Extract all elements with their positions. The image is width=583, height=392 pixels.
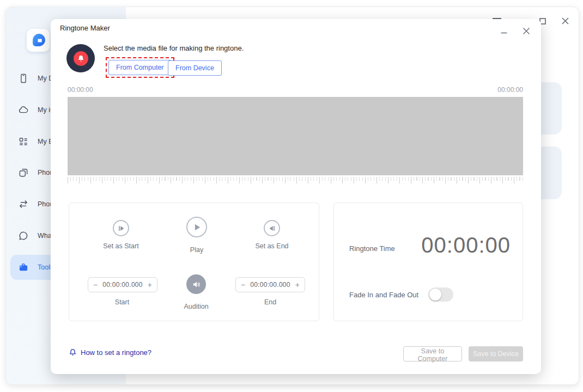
app-logo — [27, 29, 50, 52]
app-logo-icon — [31, 33, 46, 48]
waveform-area[interactable] — [68, 97, 523, 175]
help-link[interactable]: How to set a ringtone? — [69, 348, 151, 357]
end-time-stepper: − 00:00:00.000 + — [235, 277, 305, 292]
from-computer-highlight: From Computer — [106, 57, 174, 78]
play-button[interactable] — [186, 217, 207, 237]
start-label: Start — [115, 298, 129, 306]
start-time-stepper: − 00:00:00.000 + — [88, 277, 157, 292]
toolbox-icon — [18, 262, 29, 273]
play-label: Play — [190, 246, 203, 254]
ringtone-time-value: 00:00:00 — [421, 233, 511, 258]
save-to-computer-button[interactable]: Save to Computer — [403, 346, 462, 362]
phone-copy-icon — [18, 167, 29, 178]
timeline-ruler[interactable] — [68, 177, 523, 183]
dialog-title: Ringtone Maker — [60, 24, 110, 32]
dialog-close-icon[interactable] — [521, 26, 531, 35]
set-as-end-label: Set as End — [255, 242, 288, 250]
dialog-controls — [499, 26, 531, 35]
ringtone-time-label: Ringtone Time — [349, 244, 395, 253]
end-decrement-button[interactable]: − — [241, 281, 245, 289]
fade-in-out-label: Fade In and Fade Out — [349, 291, 418, 299]
start-time-value[interactable]: 00:00:00.000 — [102, 281, 143, 289]
speaker-icon — [192, 280, 201, 289]
start-increment-button[interactable]: + — [148, 281, 152, 289]
audition-label: Audition — [184, 303, 208, 310]
chat-bubble-icon — [18, 230, 29, 241]
set-end-icon — [268, 224, 276, 232]
help-bell-icon — [69, 348, 77, 357]
transfer-icon — [18, 199, 29, 210]
timeline-start-time: 00:00:00 — [68, 86, 93, 94]
set-start-icon — [117, 224, 125, 232]
timeline-end-time: 00:00:00 — [497, 86, 523, 94]
dialog-minimize-icon[interactable] — [499, 26, 508, 35]
select-media-prompt: Select the media file for making the rin… — [104, 44, 244, 52]
end-label: End — [264, 298, 276, 306]
summary-panel: Ringtone Time 00:00:00 Fade In and Fade … — [333, 203, 523, 321]
ringtone-badge — [66, 44, 95, 72]
backup-icon — [18, 136, 29, 147]
end-time-value[interactable]: 00:00:00.000 — [250, 281, 290, 289]
set-as-start-label: Set as Start — [103, 242, 138, 250]
start-decrement-button[interactable]: − — [93, 281, 98, 289]
from-computer-button[interactable]: From Computer — [108, 60, 172, 75]
trim-panel: Set as Start Play Set as End − 00:00:00.… — [69, 203, 319, 321]
ringtone-maker-dialog: Ringtone Maker Select the media file for… — [51, 19, 541, 374]
fade-toggle[interactable] — [428, 287, 453, 302]
cloud-icon — [18, 105, 29, 115]
timeline-time-row: 00:00:00 00:00:00 — [68, 86, 523, 94]
save-to-device-button[interactable]: Save to Device — [469, 346, 523, 362]
set-as-end-button[interactable] — [264, 220, 280, 236]
from-device-button[interactable]: From Device — [168, 60, 222, 76]
set-as-start-button[interactable] — [113, 220, 129, 236]
close-icon[interactable] — [561, 16, 570, 26]
fade-toggle-knob — [429, 289, 441, 301]
end-increment-button[interactable]: + — [295, 281, 300, 289]
help-link-text: How to set a ringtone? — [81, 348, 151, 357]
device-icon — [18, 73, 29, 84]
bell-icon — [74, 51, 88, 66]
play-icon — [192, 223, 202, 232]
audition-button[interactable] — [186, 274, 206, 294]
